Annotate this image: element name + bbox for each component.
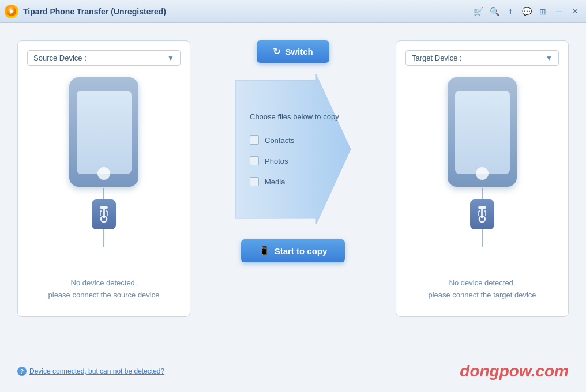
source-dropdown-arrow: ▼: [167, 54, 174, 62]
source-no-device: No device detected, please connect the s…: [48, 277, 160, 307]
target-usb-line-bottom: [482, 229, 483, 247]
source-phone-illustration: [69, 77, 138, 247]
bottom-bar: ? Device connected, but can not be detec…: [17, 355, 569, 380]
target-dropdown-label: Target Device :: [412, 54, 462, 62]
contacts-label: Contacts: [265, 136, 294, 145]
target-usb-line-top: [482, 188, 483, 199]
contacts-checkbox[interactable]: [250, 135, 259, 145]
app-title: Tipard Phone Transfer (Unregistered): [23, 7, 166, 16]
search-icon[interactable]: 🔍: [488, 5, 501, 18]
titlebar: Tipard Phone Transfer (Unregistered) 🛒 🔍…: [0, 0, 586, 23]
target-phone-button: [476, 167, 489, 180]
cart-icon[interactable]: 🛒: [472, 5, 484, 18]
minimize-button[interactable]: ─: [553, 5, 565, 18]
source-usb-cable: [92, 188, 116, 247]
help-icon: ?: [17, 367, 27, 376]
source-phone-button: [97, 167, 110, 180]
titlebar-left: Tipard Phone Transfer (Unregistered): [5, 5, 166, 18]
target-dropdown[interactable]: Target Device : ▼: [405, 50, 559, 66]
transfer-area: Source Device : ▼: [17, 40, 569, 350]
photos-option: Photos: [250, 156, 339, 165]
source-usb-icon: [92, 199, 116, 229]
start-copy-icon: 📱: [259, 246, 270, 256]
target-phone-body: [448, 77, 517, 187]
arrow-container: Choose files below to copy Contacts Phot…: [230, 69, 356, 230]
target-panel: Target Device : ▼: [396, 40, 569, 317]
media-label: Media: [265, 178, 285, 186]
switch-label: Switch: [285, 47, 313, 56]
grid-icon[interactable]: ⊞: [536, 5, 549, 18]
svg-rect-8: [478, 206, 486, 209]
chat-icon[interactable]: 💬: [520, 5, 533, 18]
watermark: dongpow.com: [460, 362, 569, 380]
titlebar-icons: 🛒 🔍 f 💬 ⊞ ─ ✕: [472, 5, 581, 18]
target-usb-icon: [470, 199, 494, 229]
target-usb-cable: [470, 188, 494, 247]
file-options: Choose files below to copy Contacts Phot…: [241, 86, 339, 213]
choose-label: Choose files below to copy: [250, 112, 339, 121]
target-phone-screen: [455, 91, 510, 174]
target-dropdown-arrow: ▼: [546, 54, 553, 62]
source-usb-line-top: [103, 188, 104, 199]
photos-label: Photos: [265, 157, 288, 165]
source-panel: Source Device : ▼: [17, 40, 190, 317]
source-usb-line-bottom: [103, 229, 104, 247]
source-dropdown-label: Source Device :: [33, 54, 87, 62]
media-checkbox[interactable]: [250, 177, 259, 186]
photos-checkbox[interactable]: [250, 156, 259, 165]
contacts-option: Contacts: [250, 135, 339, 145]
source-phone-body: [69, 77, 138, 187]
device-link[interactable]: ? Device connected, but can not be detec…: [17, 367, 164, 376]
device-link-text: Device connected, but can not be detecte…: [29, 367, 164, 375]
start-copy-button[interactable]: 📱 Start to copy: [241, 239, 345, 262]
app-icon: [5, 5, 18, 18]
target-no-device: No device detected, please connect the t…: [428, 277, 536, 307]
switch-icon: ↻: [273, 46, 280, 57]
source-phone-screen: [77, 91, 132, 174]
switch-button[interactable]: ↻ Switch: [257, 40, 329, 63]
close-button[interactable]: ✕: [569, 5, 581, 18]
middle-section: ↻ Switch Choose files belo: [196, 40, 390, 262]
start-copy-label: Start to copy: [275, 246, 328, 256]
svg-rect-1: [100, 206, 108, 209]
facebook-icon[interactable]: f: [504, 5, 517, 18]
target-phone-illustration: [448, 77, 517, 247]
media-option: Media: [250, 177, 339, 186]
source-dropdown[interactable]: Source Device : ▼: [27, 50, 181, 66]
main-content: Source Device : ▼: [0, 23, 586, 392]
